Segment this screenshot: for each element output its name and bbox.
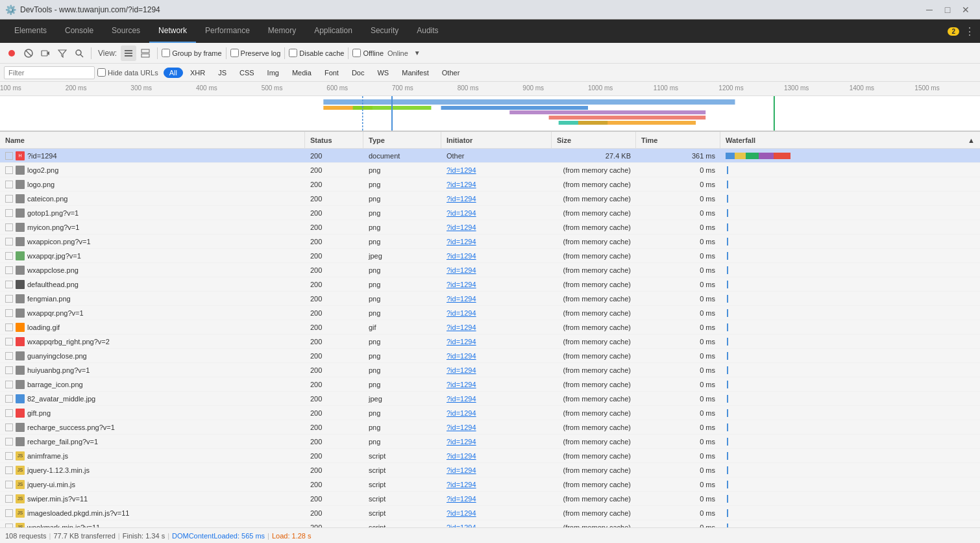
network-throttle-dropdown[interactable]: ▼ [410,45,425,61]
row-checkbox[interactable] [5,366,13,374]
filter-tag-other[interactable]: Other [436,68,466,78]
list-view-button[interactable] [121,45,136,61]
filter-tag-xhr[interactable]: XHR [184,68,211,78]
table-row[interactable]: JSwookmark.min.js?v=11200script?id=1294(… [0,520,980,527]
row-checkbox[interactable] [5,524,13,528]
tab-performance[interactable]: Performance [196,19,259,43]
initiator-link[interactable]: ?id=1294 [447,238,476,246]
initiator-link[interactable]: ?id=1294 [447,524,476,528]
initiator-link[interactable]: ?id=1294 [447,309,476,317]
row-checkbox[interactable] [5,238,13,246]
row-checkbox[interactable] [5,395,13,403]
maximize-button[interactable]: □ [938,3,957,16]
initiator-link[interactable]: ?id=1294 [447,452,476,460]
col-name[interactable]: Name [0,132,305,148]
tab-network[interactable]: Network [149,19,196,43]
table-row[interactable]: logo.png200png?id=1294(from memory cache… [0,177,980,192]
filter-tag-js[interactable]: JS [212,68,232,78]
row-checkbox[interactable] [5,281,13,288]
table-row[interactable]: wxappqr.jpg?v=1200jpeg?id=1294(from memo… [0,249,980,263]
row-checkbox[interactable] [5,252,13,260]
table-row[interactable]: JSimagesloaded.pkgd.min.js?v=11200script… [0,506,980,520]
initiator-link[interactable]: ?id=1294 [447,223,476,231]
col-initiator[interactable]: Initiator [441,132,552,148]
close-button[interactable]: ✕ [957,3,975,16]
table-row[interactable]: JSjquery-ui.min.js200script?id=1294(from… [0,477,980,492]
offline-label[interactable]: Offline [352,49,384,57]
initiator-link[interactable]: ?id=1294 [447,295,476,303]
row-checkbox[interactable] [5,166,13,174]
filter-tag-img[interactable]: Img [262,68,285,78]
initiator-link[interactable]: ?id=1294 [447,181,476,188]
table-row[interactable]: JSjquery-1.12.3.min.js200script?id=1294(… [0,463,980,477]
filter-tag-css[interactable]: CSS [234,68,260,78]
initiator-link[interactable]: ?id=1294 [447,195,476,203]
row-checkbox[interactable] [5,338,13,346]
table-row[interactable]: myicon.png?v=1200png?id=1294(from memory… [0,220,980,234]
initiator-link[interactable]: ?id=1294 [447,252,476,260]
clear-button[interactable] [21,45,36,61]
minimize-button[interactable]: ─ [920,3,938,16]
initiator-link[interactable]: ?id=1294 [447,166,476,174]
tab-sources[interactable]: Sources [103,19,149,43]
initiator-link[interactable]: ?id=1294 [447,381,476,388]
filter-tag-media[interactable]: Media [286,68,317,78]
filter-tag-ws[interactable]: WS [371,68,395,78]
more-options-icon[interactable]: ⋮ [964,25,975,38]
initiator-link[interactable]: ?id=1294 [447,209,476,217]
table-row[interactable]: guanyingclose.png200png?id=1294(from mem… [0,349,980,363]
tab-audits[interactable]: Audits [408,19,447,43]
row-checkbox[interactable] [5,409,13,417]
table-row[interactable]: loading.gif200gif?id=1294(from memory ca… [0,320,980,335]
initiator-link[interactable]: ?id=1294 [447,409,476,417]
table-row[interactable]: huiyuanbg.png?v=1200png?id=1294(from mem… [0,363,980,377]
filter-tag-font[interactable]: Font [319,68,345,78]
record-button[interactable] [4,45,19,61]
table-row[interactable]: fengmian.png200png?id=1294(from memory c… [0,292,980,306]
filter-icon-button[interactable] [55,45,70,61]
initiator-link[interactable]: ?id=1294 [447,281,476,288]
col-type[interactable]: Type [363,132,441,148]
col-size[interactable]: Size [552,132,636,148]
initiator-link[interactable]: ?id=1294 [447,423,476,431]
initiator-link[interactable]: ?id=1294 [447,266,476,274]
row-checkbox[interactable] [5,481,13,488]
capture-button[interactable] [38,45,53,61]
row-checkbox[interactable] [5,209,13,217]
table-row[interactable]: H?id=1294200documentOther27.4 KB361 ms [0,149,980,163]
group-by-frame-cb[interactable] [162,49,170,57]
table-row[interactable]: recharge_fail.png?v=1200png?id=1294(from… [0,435,980,449]
table-row[interactable]: barrage_icon.png200png?id=1294(from memo… [0,377,980,392]
table-row[interactable]: cateicon.png200png?id=1294(from memory c… [0,192,980,206]
table-row[interactable]: defaulthead.png200png?id=1294(from memor… [0,277,980,292]
filter-tag-manifest[interactable]: Manifest [396,68,435,78]
initiator-link[interactable]: ?id=1294 [447,466,476,474]
tab-console[interactable]: Console [56,19,103,43]
table-row[interactable]: wxappqrbg_right.png?v=2200png?id=1294(fr… [0,335,980,349]
row-checkbox[interactable] [5,466,13,474]
table-row[interactable]: wxappclose.png200png?id=1294(from memory… [0,263,980,277]
initiator-link[interactable]: ?id=1294 [447,323,476,331]
group-by-frame-label[interactable]: Group by frame [162,49,221,57]
initiator-link[interactable]: ?id=1294 [447,495,476,503]
col-waterfall[interactable]: Waterfall ▲ [720,132,980,148]
tab-security[interactable]: Security [361,19,408,43]
hide-data-urls-cb[interactable] [97,68,106,77]
row-checkbox[interactable] [5,323,13,331]
table-row[interactable]: JSanimframe.js200script?id=1294(from mem… [0,449,980,463]
tab-memory[interactable]: Memory [259,19,305,43]
table-row[interactable]: gotop1.png?v=1200png?id=1294(from memory… [0,206,980,220]
table-row[interactable]: wxappicon.png?v=1200png?id=1294(from mem… [0,234,980,249]
initiator-link[interactable]: ?id=1294 [447,338,476,346]
row-checkbox[interactable] [5,223,13,231]
row-checkbox[interactable] [5,152,13,160]
table-row[interactable]: 82_avatar_middle.jpg200jpeg?id=1294(from… [0,392,980,406]
row-checkbox[interactable] [5,452,13,460]
row-checkbox[interactable] [5,352,13,360]
row-checkbox[interactable] [5,438,13,446]
table-row[interactable]: recharge_success.png?v=1200png?id=1294(f… [0,420,980,435]
table-row[interactable]: wxappqr.png?v=1200png?id=1294(from memor… [0,306,980,320]
initiator-link[interactable]: ?id=1294 [447,509,476,517]
disable-cache-cb[interactable] [289,49,297,57]
row-checkbox[interactable] [5,195,13,203]
